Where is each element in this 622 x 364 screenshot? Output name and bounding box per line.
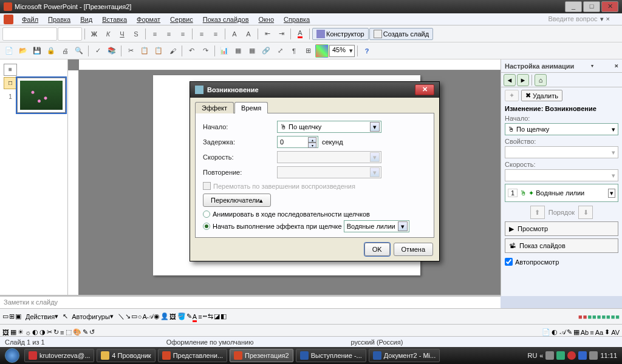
extra-6[interactable]: ■ <box>601 313 606 320</box>
menu-slideshow[interactable]: Показ слайдов <box>198 15 254 24</box>
increase-indent-button[interactable]: ⇥ <box>275 27 288 41</box>
extra-4[interactable]: ■ <box>592 313 596 320</box>
print-button[interactable]: 🖨 <box>58 44 72 58</box>
font-color-button[interactable]: A <box>293 27 307 41</box>
numbering-button[interactable]: ≡ <box>195 27 208 41</box>
delay-spinner[interactable]: 0▴▾ <box>277 136 318 148</box>
table-button[interactable]: ▦ <box>231 44 245 58</box>
line-style-button[interactable]: ≡ <box>198 313 202 320</box>
taskpane-dropdown-icon[interactable]: ▾ <box>590 62 598 70</box>
format-painter-button[interactable]: 🖌 <box>166 44 179 58</box>
taskpane-forward-button[interactable]: ► <box>517 74 529 86</box>
tab-effect[interactable]: Эффект <box>195 102 234 113</box>
wa-2[interactable]: ◐ <box>552 328 558 336</box>
align-left-button[interactable]: ≡ <box>148 27 162 41</box>
clipart-tool[interactable]: 👤 <box>160 312 169 320</box>
notes-pane[interactable]: Заметки к слайду <box>0 295 501 308</box>
menu-tools[interactable]: Сервис <box>165 15 198 24</box>
extra-7[interactable]: ■ <box>606 313 610 320</box>
taskpane-close-icon[interactable]: × <box>614 62 618 70</box>
tray-icon-5[interactable] <box>589 351 598 360</box>
ok-button[interactable]: OK <box>364 243 390 256</box>
tray-icon-3[interactable] <box>567 351 576 360</box>
taskbar-item-2[interactable]: 4 Проводник <box>97 349 155 362</box>
dialog-close-button[interactable]: ✕ <box>415 84 434 95</box>
wa-4[interactable]: ✎ <box>567 328 572 336</box>
animation-list-item[interactable]: 1 🖱 ✦ Водяные лилии ▾ <box>505 184 618 202</box>
actions-menu[interactable]: Действия ▾ <box>22 311 61 322</box>
save-button[interactable]: 💾 <box>30 44 44 58</box>
select-tool[interactable]: ↖ <box>63 312 68 320</box>
taskbar-item-1[interactable]: krutoverzeva@... <box>24 349 94 362</box>
pic-2[interactable]: ▦ <box>10 328 16 336</box>
textbox-tool[interactable]: A <box>142 313 146 320</box>
thumbnail-slide-1[interactable] <box>17 78 66 113</box>
pic-8[interactable]: ↻ <box>53 328 59 336</box>
remove-effect-button[interactable]: ✖ Удалить <box>521 90 562 101</box>
decrease-indent-button[interactable]: ⇤ <box>261 27 274 41</box>
pic-12[interactable]: ✎ <box>83 328 88 336</box>
taskpane-home-button[interactable]: ⌂ <box>535 74 547 86</box>
slideshow-view-button[interactable]: ▣ <box>15 312 21 320</box>
start-button[interactable] <box>1 347 23 364</box>
tray-time[interactable]: 11:11 <box>600 352 617 359</box>
rectangle-tool[interactable]: ▭ <box>131 312 137 320</box>
pic-6[interactable]: ◑ <box>39 328 46 336</box>
menu-format[interactable]: Формат <box>132 15 165 24</box>
taskbar-item-6[interactable]: Документ2 - Mi... <box>369 349 440 362</box>
dash-style-button[interactable]: ┅ <box>203 312 207 320</box>
extra-3[interactable]: ■ <box>587 313 592 320</box>
font-color-button-2[interactable]: A <box>193 313 197 320</box>
radio-trigger[interactable] <box>203 223 210 230</box>
hyperlink-button[interactable]: 🔗 <box>259 44 273 58</box>
menu-window[interactable]: Окно <box>254 15 279 24</box>
pic-9[interactable]: ≡ <box>60 329 64 336</box>
wa-6[interactable]: Ab <box>581 329 589 336</box>
cut-button[interactable]: ✂ <box>124 44 137 58</box>
move-up-button[interactable]: ⬆ <box>530 206 545 219</box>
menu-view[interactable]: Вид <box>75 15 97 24</box>
undo-button[interactable]: ↶ <box>185 44 198 58</box>
trigger-target-combo[interactable]: Водяные лилии▾ <box>344 220 409 232</box>
tab-time[interactable]: Время <box>234 102 268 113</box>
extra-9[interactable]: ■ <box>615 313 620 320</box>
zoom-combo[interactable]: 45% <box>329 45 355 57</box>
bullets-button[interactable]: ≡ <box>209 27 222 41</box>
pic-5[interactable]: ◐ <box>32 328 38 336</box>
wa-10[interactable]: AV <box>611 329 620 336</box>
spelling-button[interactable]: ✓ <box>91 44 104 58</box>
normal-view-button[interactable]: ▭ <box>2 312 9 320</box>
wa-3[interactable]: 𝒜 <box>560 328 566 336</box>
preview-button[interactable]: 🔍 <box>72 44 86 58</box>
tray-lang[interactable]: RU <box>527 352 537 359</box>
shadow-button[interactable]: S <box>129 27 143 41</box>
menu-insert[interactable]: Вставка <box>97 15 132 24</box>
ask-question-box[interactable]: Введите вопрос▾× <box>548 15 622 23</box>
menu-file[interactable]: Файл <box>17 15 43 24</box>
font-combo[interactable] <box>2 27 57 41</box>
align-center-button[interactable]: ≡ <box>162 27 176 41</box>
copy-button[interactable]: 📋 <box>138 44 151 58</box>
wordart-tool[interactable]: 𝒜 <box>148 312 153 320</box>
autopreview-checkbox[interactable] <box>505 258 513 266</box>
extra-5[interactable]: ■ <box>597 313 601 320</box>
wa-1[interactable]: 📄 <box>542 328 550 336</box>
diagram-tool[interactable]: ◉ <box>154 312 160 320</box>
wa-7[interactable]: ≡ <box>590 329 593 336</box>
move-down-button[interactable]: ⬇ <box>578 206 593 219</box>
autoshapes-menu[interactable]: Автофигуры ▾ <box>69 311 117 322</box>
radio-sequence[interactable] <box>203 211 210 218</box>
menu-help[interactable]: Справка <box>279 15 315 24</box>
new-slide-button[interactable]: Создать слайд <box>369 28 433 40</box>
permission-button[interactable]: 🔒 <box>44 44 58 58</box>
taskbar-item-3[interactable]: Представлени... <box>158 349 227 362</box>
designer-button[interactable]: Конструктор <box>312 28 369 40</box>
minimize-button[interactable]: _ <box>565 1 582 12</box>
tables-button[interactable]: ▦ <box>245 44 259 58</box>
menu-edit[interactable]: Правка <box>43 15 75 24</box>
picture-tool[interactable]: 🖼 <box>169 313 176 320</box>
tray-expand-icon[interactable]: « <box>539 352 543 359</box>
color-button[interactable] <box>315 44 329 58</box>
triggers-button[interactable]: Переключатели ▴ <box>203 194 271 207</box>
tray-icon-2[interactable] <box>556 351 565 360</box>
